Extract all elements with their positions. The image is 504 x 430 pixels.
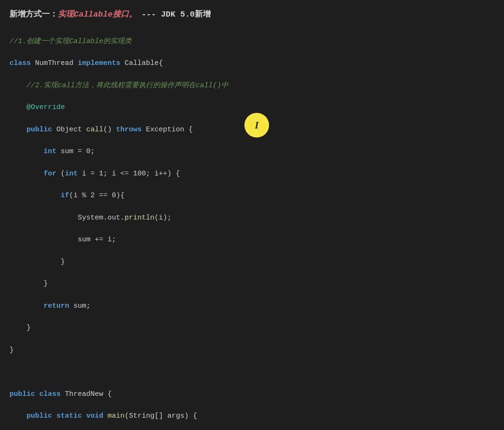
code-line: public class ThreadNew {: [9, 389, 495, 400]
code-line: }: [9, 256, 495, 267]
code-block: //1.创建一个实现Callable的实现类 class NumThread i…: [9, 25, 495, 430]
code-line: return sum;: [9, 301, 495, 311]
cursor-icon: I: [255, 117, 259, 133]
code-line: sum += i;: [9, 234, 495, 245]
code-line: if(i % 2 == 0){: [9, 190, 495, 201]
code-line: @Override: [9, 102, 495, 113]
heading-prefix: 新增方式一：: [9, 10, 58, 19]
code-line: }: [9, 278, 495, 289]
cursor-indicator: I: [244, 113, 269, 137]
code-container: 新增方式一：实现Callable接口。 --- JDK 5.0新增 //1.创建…: [9, 9, 495, 430]
code-line: for (int i = 1; i <= 100; i++) {: [9, 168, 495, 179]
heading-line: 新增方式一：实现Callable接口。 --- JDK 5.0新增: [9, 9, 495, 21]
code-line: }: [9, 345, 495, 356]
code-line: int sum = 0;: [9, 146, 495, 157]
code-line: //1.创建一个实现Callable的实现类: [9, 36, 495, 47]
heading-italic: 实现Callable接口。: [58, 10, 137, 19]
code-line: //2.实现call方法，将此线程需要执行的操作声明在call()中: [9, 80, 495, 91]
code-line: class NumThread implements Callable{: [9, 58, 495, 69]
code-line: System.out.println(i);: [9, 212, 495, 223]
code-line: public static void main(String[] args) {: [9, 411, 495, 421]
code-line: }: [9, 322, 495, 333]
heading-suffix: --- JDK 5.0新增: [137, 10, 211, 19]
